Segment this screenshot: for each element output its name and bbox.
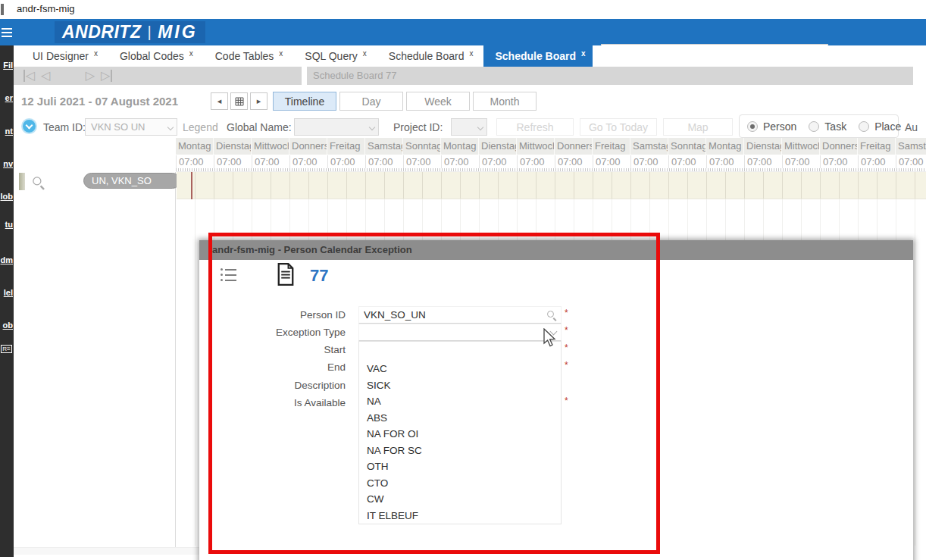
prev-period-button[interactable]: ◂	[211, 92, 228, 110]
clipped-label: Au	[905, 121, 918, 133]
time-header-cell: 07:00	[668, 155, 706, 168]
day-header-cell: Dienstag	[214, 138, 252, 155]
form-row-exception-type: Exception Type*	[199, 324, 913, 341]
hamburger-menu-icon[interactable]	[2, 26, 12, 39]
tab-close-icon[interactable]: x	[189, 49, 193, 58]
global-name-select[interactable]	[294, 118, 379, 136]
previous-page-icon[interactable]: ◁	[41, 70, 50, 82]
tab-close-icon[interactable]: x	[469, 49, 473, 58]
sidebar-item-lob[interactable]: lob	[1, 192, 14, 201]
tab-close-icon[interactable]: x	[94, 49, 98, 58]
dropdown-option-oth[interactable]: OTH	[359, 458, 561, 475]
view-btn-day[interactable]: Day	[339, 92, 403, 111]
last-page-icon[interactable]: ▷	[101, 70, 112, 82]
day-header-cell: Freitag	[858, 138, 896, 155]
chevron-down-icon	[369, 124, 375, 130]
project-id-select[interactable]	[451, 118, 487, 136]
radio-person[interactable]: Person	[747, 120, 796, 133]
time-header-cell: 07:00	[214, 155, 252, 168]
view-switcher: TimelineDayWeekMonth	[273, 92, 537, 111]
go-to-today-button[interactable]: Go To Today	[580, 118, 657, 136]
radio-icon	[809, 121, 819, 132]
horizontal-scrollbar[interactable]	[14, 547, 199, 555]
sidebar-item-nv[interactable]: nv	[3, 159, 13, 168]
list-menu-icon[interactable]	[221, 268, 237, 284]
day-header-cell: Donnerstag	[289, 138, 327, 155]
exception-type-input[interactable]	[364, 327, 551, 338]
time-header-cell: 07:00	[820, 155, 858, 168]
person-id-field[interactable]	[358, 306, 562, 324]
dropdown-option-na[interactable]: NA	[359, 393, 561, 410]
dropdown-option-vac[interactable]: VAC	[359, 361, 561, 377]
radio-label: Task	[824, 120, 846, 133]
team-id-select[interactable]: VKN SO UN	[85, 118, 177, 136]
sidebar-item-lel[interactable]: lel	[4, 288, 13, 297]
dropdown-option-sick[interactable]: SICK	[359, 377, 561, 394]
person-id-input[interactable]	[364, 309, 546, 321]
map-button[interactable]: Map	[663, 118, 733, 136]
chevron-down-icon[interactable]	[550, 327, 558, 335]
tab-schedule-board[interactable]: Schedule Boardx	[483, 45, 592, 67]
radio-task[interactable]: Task	[809, 120, 846, 133]
view-btn-month[interactable]: Month	[473, 92, 537, 111]
field-label: Person ID	[199, 306, 346, 324]
lane-gridlines	[177, 172, 926, 199]
view-btn-week[interactable]: Week	[406, 92, 470, 111]
team-id-label: Team ID:	[43, 121, 86, 133]
dropdown-option-cw[interactable]: CW	[359, 491, 561, 508]
logo-primary: ANDRITZ	[62, 22, 141, 42]
current-time-marker	[191, 172, 192, 199]
person-pill[interactable]: UN, VKN_SO	[83, 173, 180, 189]
sidebar-item-er[interactable]: er	[5, 93, 13, 102]
tab-schedule-board[interactable]: Schedule Boardx	[377, 45, 480, 67]
tab-ui-designer[interactable]: UI Designerx	[21, 45, 105, 67]
dropdown-option-it-elbeuf[interactable]: IT ELBEUF	[359, 508, 561, 524]
sidebar-item-dm[interactable]: dm	[1, 255, 14, 264]
sidebar-item-ob[interactable]: ob	[3, 321, 13, 330]
global-name-label: Global Name:	[227, 121, 292, 133]
day-header-cell: Sonntag	[668, 138, 706, 155]
tab-global-codes[interactable]: Global Codesx	[108, 45, 200, 67]
dropdown-option-na-for-sc[interactable]: NA FOR SC	[359, 443, 561, 459]
view-btn-timeline[interactable]: Timeline	[273, 92, 336, 111]
day-header-cell: Donnerstag	[820, 138, 858, 155]
tab-close-icon[interactable]: x	[581, 49, 586, 58]
tab-code-tables[interactable]: Code Tablesx	[204, 45, 290, 67]
radio-place[interactable]: Place	[859, 120, 901, 133]
dropdown-option-cto[interactable]: CTO	[359, 475, 561, 492]
tab-sql-query[interactable]: SQL Queryx	[293, 45, 374, 67]
day-header-cell: Dienstag	[479, 138, 517, 155]
tab-close-icon[interactable]: x	[363, 49, 367, 58]
dropdown-option-empty[interactable]	[359, 342, 561, 361]
day-header-cell: Mittwoch	[782, 138, 820, 155]
radio-icon	[859, 121, 869, 132]
next-page-icon[interactable]: ▷	[86, 70, 95, 82]
logo-secondary: MIG	[158, 22, 197, 42]
day-header-cell: Donnerstag	[555, 138, 593, 155]
sidebar-bottom-icon[interactable]: R≡	[1, 345, 12, 353]
time-header-cell: 07:00	[744, 155, 782, 168]
next-period-button[interactable]: ▸	[250, 92, 267, 110]
exception-type-field[interactable]	[358, 324, 562, 341]
sidebar-item-nt[interactable]: nt	[5, 127, 13, 136]
person-lane[interactable]	[177, 172, 926, 199]
team-expander-button[interactable]	[21, 118, 37, 134]
time-header-cell: 07:00	[782, 155, 820, 168]
record-id: 77	[310, 266, 328, 286]
search-icon[interactable]	[546, 310, 556, 320]
sidebar-item-fil[interactable]: Fil	[3, 61, 13, 70]
dropdown-option-abs[interactable]: ABS	[359, 410, 561, 427]
time-header-cell: 07:00	[858, 155, 896, 168]
required-marker: *	[565, 360, 568, 371]
refresh-button[interactable]: Refresh	[496, 118, 574, 136]
calendar-picker-button[interactable]	[230, 92, 248, 110]
search-icon[interactable]	[32, 176, 44, 188]
day-header-cell: Freitag	[593, 138, 630, 155]
first-page-icon[interactable]: ◁	[23, 70, 35, 82]
dropdown-option-na-for-oi[interactable]: NA FOR OI	[359, 426, 561, 443]
chevron-down-icon	[167, 124, 174, 130]
sidebar-item-tu[interactable]: tu	[5, 220, 13, 229]
tab-close-icon[interactable]: x	[279, 49, 283, 58]
time-header-cell: 07:00	[896, 155, 926, 168]
legend-label[interactable]: Legend	[183, 121, 218, 133]
